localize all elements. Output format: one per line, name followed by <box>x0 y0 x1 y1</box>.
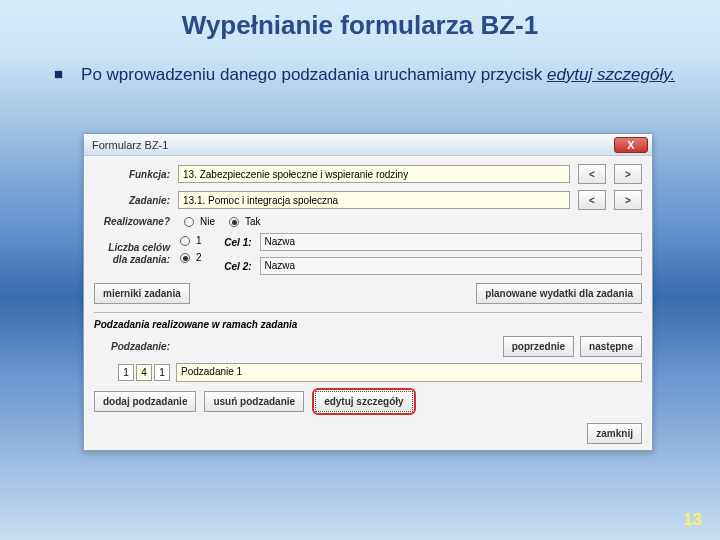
label-realizowane: Realizowane? <box>94 216 170 227</box>
section-title: Podzadania realizowane w ramach zadania <box>94 312 642 330</box>
cel2-field[interactable]: Nazwa <box>260 257 642 275</box>
counter-mid[interactable]: 4 <box>136 364 152 381</box>
counter-left[interactable]: 1 <box>118 364 134 381</box>
cel1-field[interactable]: Nazwa <box>260 233 642 251</box>
poprzednie-button[interactable]: poprzednie <box>503 336 574 357</box>
label-cel1: Cel 1: <box>212 237 252 248</box>
edytuj-szczegoly-button[interactable]: edytuj szczegóły <box>315 391 412 412</box>
label-liczba-celow: Liczba celów dla zadania: <box>94 242 170 266</box>
radio-cele-2[interactable] <box>180 253 190 263</box>
radio-nie[interactable] <box>184 217 194 227</box>
mierniki-button[interactable]: mierniki zadania <box>94 283 190 304</box>
highlight-box: edytuj szczegóły <box>312 388 415 415</box>
close-icon: X <box>627 139 634 151</box>
counter-right[interactable]: 1 <box>154 364 170 381</box>
radio-tak-label: Tak <box>245 216 261 227</box>
slide-title: Wypełnianie formularza BZ-1 <box>0 0 720 41</box>
funkcja-next-button[interactable]: > <box>614 164 642 184</box>
funkcja-field[interactable]: 13. Zabezpieczenie społeczne i wspierani… <box>178 165 570 183</box>
radio-cele-2-label: 2 <box>196 252 202 263</box>
page-number: 13 <box>683 510 702 530</box>
nastepne-button[interactable]: następne <box>580 336 642 357</box>
titlebar: Formularz BZ-1 X <box>84 134 652 156</box>
close-button[interactable]: X <box>614 137 648 153</box>
radio-cele-1-label: 1 <box>196 235 202 246</box>
label-podzadanie: Podzadanie: <box>94 341 170 352</box>
zamknij-button[interactable]: zamknij <box>587 423 642 444</box>
zadanie-next-button[interactable]: > <box>614 190 642 210</box>
radio-cele-1[interactable] <box>180 236 190 246</box>
label-funkcja: Funkcja: <box>94 169 170 180</box>
radio-nie-label: Nie <box>200 216 215 227</box>
funkcja-prev-button[interactable]: < <box>578 164 606 184</box>
bullet-icon: ■ <box>54 65 63 85</box>
dodaj-podzadanie-button[interactable]: dodaj podzadanie <box>94 391 196 412</box>
bullet-text: Po wprowadzeniu danego podzadania urucha… <box>81 65 675 85</box>
zadanie-prev-button[interactable]: < <box>578 190 606 210</box>
podzadanie-counter: 1 4 1 <box>118 364 170 381</box>
podzadanie-field[interactable]: Podzadanie 1 <box>176 363 642 382</box>
bullet-item: ■ Po wprowadzeniu danego podzadania uruc… <box>0 41 720 85</box>
usun-podzadanie-button[interactable]: usuń podzadanie <box>204 391 304 412</box>
form-window: Formularz BZ-1 X Funkcja: 13. Zabezpiecz… <box>83 133 653 451</box>
zadanie-field[interactable]: 13.1. Pomoc i integracja społeczna <box>178 191 570 209</box>
window-title: Formularz BZ-1 <box>92 139 614 151</box>
radio-tak[interactable] <box>229 217 239 227</box>
label-cel2: Cel 2: <box>212 261 252 272</box>
wydatki-button[interactable]: planowane wydatki dla zadania <box>476 283 642 304</box>
label-zadanie: Zadanie: <box>94 195 170 206</box>
